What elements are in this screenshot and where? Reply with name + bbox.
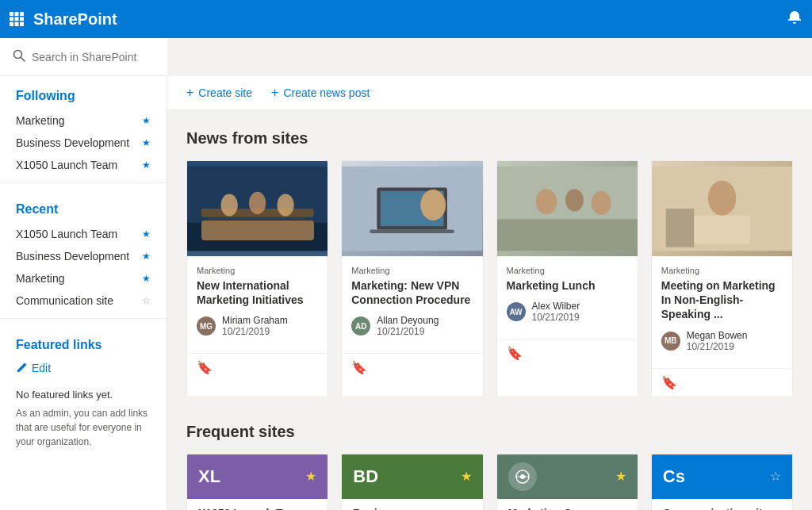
news-category: Marketing [507, 266, 628, 275]
star-outline-icon: ☆ [142, 295, 151, 306]
freq-card-title: Business Development Group [353, 507, 471, 510]
star-icon: ★ [142, 228, 151, 240]
create-site-button[interactable]: + Create site [186, 86, 252, 100]
news-title: Meeting on Marketing In Non-English-Spea… [661, 278, 783, 322]
svg-rect-3 [10, 17, 13, 21]
svg-point-15 [249, 192, 266, 214]
svg-rect-27 [497, 219, 638, 251]
freq-card-title: X1050 Launch Team [198, 507, 316, 510]
svg-point-14 [221, 194, 238, 216]
author-avatar: AW [507, 302, 526, 321]
featured-edit-button[interactable]: Edit [0, 359, 167, 378]
bookmark-icon[interactable]: 🔖 [507, 347, 523, 360]
freq-card-header: BD ★ [342, 454, 482, 499]
create-news-button[interactable]: + Create news post [271, 86, 370, 100]
news-card[interactable]: Marketing Marketing: New VPN Connection … [341, 160, 483, 397]
star-icon: ★ [142, 115, 151, 126]
action-bar: + Create site + Create news post [167, 76, 812, 110]
author-avatar: AD [351, 316, 370, 336]
svg-rect-4 [15, 17, 19, 21]
sidebar-item-x1050[interactable]: X1050 Launch Team ★ [0, 154, 167, 176]
waffle-menu[interactable] [10, 12, 24, 26]
svg-rect-1 [15, 12, 19, 16]
svg-point-26 [591, 191, 611, 215]
news-card[interactable]: Marketing New International Marketing In… [186, 160, 328, 397]
star-icon: ★ [142, 251, 151, 262]
site-abbr: Cs [663, 466, 685, 487]
svg-rect-0 [10, 12, 13, 16]
news-title: Marketing: New VPN Connection Procedure [351, 278, 473, 307]
svg-point-25 [565, 189, 583, 211]
news-title: Marketing Lunch [507, 278, 628, 293]
news-image [497, 161, 638, 256]
news-title: New International Marketing Initiatives [197, 278, 318, 307]
featured-empty-message: No featured links yet. As an admin, you … [0, 378, 167, 458]
svg-rect-30 [694, 216, 750, 243]
sidebar-item-marketing-recent[interactable]: Marketing ★ [0, 267, 167, 290]
sidebar-item-label: X1050 Launch Team [16, 228, 117, 240]
svg-rect-17 [187, 223, 327, 251]
freq-star-outline-icon[interactable]: ☆ [770, 469, 781, 484]
svg-rect-21 [370, 230, 454, 233]
news-image [187, 161, 327, 256]
freq-star-icon[interactable]: ★ [305, 469, 316, 484]
app-title: SharePoint [33, 10, 117, 29]
create-site-label: Create site [198, 86, 252, 99]
freq-card-x1050[interactable]: XL ★ X1050 Launch Team Group YO You view… [186, 454, 328, 510]
news-author: MG Miriam Graham 10/21/2019 [197, 315, 318, 337]
frequent-sites-grid: XL ★ X1050 Launch Team Group YO You view… [186, 454, 793, 510]
svg-point-22 [421, 190, 446, 220]
news-author: AD Allan Deyoung 10/21/2019 [351, 315, 473, 337]
plus-icon: + [186, 86, 193, 100]
top-navigation: SharePoint [0, 0, 812, 38]
bookmark-icon[interactable]: 🔖 [351, 361, 367, 374]
bookmark-icon[interactable]: 🔖 [661, 376, 677, 389]
svg-point-24 [535, 189, 557, 214]
edit-icon [16, 362, 27, 374]
site-icon [508, 462, 537, 491]
svg-rect-13 [209, 217, 307, 220]
freq-card-header: ★ [497, 454, 638, 499]
star-icon: ★ [142, 273, 151, 284]
sidebar: Following Marketing ★ Business Developme… [0, 38, 167, 510]
sidebar-item-biz-dev-recent[interactable]: Business Development ★ [0, 245, 167, 267]
sidebar-item-label: Business Development [16, 136, 129, 149]
news-author: MB Megan Bowen 10/21/2019 [661, 330, 783, 352]
search-icon [13, 49, 25, 65]
news-author: AW Alex Wilber 10/21/2019 [507, 301, 628, 323]
news-section-title: News from sites [186, 129, 793, 148]
svg-rect-31 [665, 209, 693, 247]
star-icon: ★ [142, 159, 151, 171]
notifications-bell[interactable] [787, 10, 802, 29]
author-avatar: MB [661, 332, 680, 351]
svg-rect-6 [10, 22, 13, 26]
freq-star-icon[interactable]: ★ [615, 469, 626, 484]
news-card[interactable]: Marketing Meeting on Marketing In Non-En… [651, 160, 793, 397]
sidebar-item-x1050-recent[interactable]: X1050 Launch Team ★ [0, 223, 167, 245]
following-section-title: Following [0, 76, 167, 109]
svg-rect-2 [20, 12, 24, 16]
freq-card-title: Marketing Group [508, 507, 626, 510]
freq-card-communication[interactable]: Cs ☆ Communication site There's no recen… [651, 454, 793, 510]
author-avatar: MG [197, 316, 216, 336]
freq-card-business-dev[interactable]: BD ★ Business Development Group Group YO… [341, 454, 483, 510]
search-input[interactable] [32, 51, 155, 63]
freq-card-marketing[interactable]: ★ Marketing Group Group MG Miriam Graham… [496, 454, 638, 510]
news-card[interactable]: Marketing Marketing Lunch AW Alex Wilber… [496, 160, 638, 397]
freq-card-title: Communication site [663, 507, 781, 510]
sidebar-item-label: Communication site [16, 294, 113, 307]
create-news-label: Create news post [283, 86, 370, 99]
sidebar-item-business-dev[interactable]: Business Development ★ [0, 132, 167, 154]
sidebar-item-label: Business Development [16, 250, 129, 263]
freq-star-icon[interactable]: ★ [461, 469, 472, 484]
sidebar-item-marketing[interactable]: Marketing ★ [0, 109, 167, 132]
plus-icon: + [271, 86, 278, 100]
site-abbr: XL [198, 466, 220, 487]
news-image [342, 161, 482, 256]
news-category: Marketing [197, 266, 318, 275]
freq-card-header: Cs ☆ [652, 454, 792, 499]
svg-rect-8 [20, 22, 24, 26]
bookmark-icon[interactable]: 🔖 [197, 361, 213, 374]
sidebar-item-communication[interactable]: Communication site ☆ [0, 290, 167, 312]
news-category: Marketing [661, 266, 783, 275]
